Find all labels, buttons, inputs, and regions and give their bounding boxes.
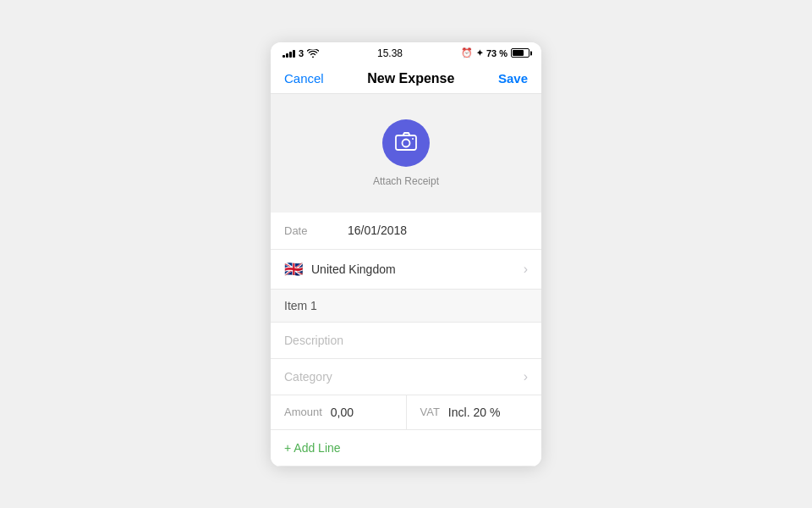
uk-flag-icon: 🇬🇧	[284, 260, 303, 279]
attach-receipt-label: Attach Receipt	[373, 175, 439, 187]
battery-pct: 73 %	[486, 48, 508, 58]
country-row[interactable]: 🇬🇧 United Kingdom ›	[271, 250, 541, 290]
svg-point-1	[403, 139, 410, 146]
amount-vat-row: Amount 0,00 VAT Incl. 20 %	[271, 395, 541, 430]
svg-point-2	[412, 138, 414, 140]
item-name: Item 1	[284, 299, 317, 312]
receipt-area: Attach Receipt	[271, 94, 541, 213]
attach-receipt-button[interactable]	[382, 119, 430, 167]
status-right: ⏰ ✦ 73 %	[461, 47, 529, 58]
date-label: Date	[284, 224, 348, 237]
vat-value: Incl. 20 %	[448, 406, 500, 419]
camera-icon	[395, 130, 417, 156]
date-value: 16/01/2018	[348, 224, 528, 237]
description-row[interactable]: Description	[271, 323, 541, 359]
bluetooth-icon: ✦	[476, 48, 483, 58]
phone-frame: 3 15.38 ⏰ ✦ 73 % Cancel New Expense Save	[271, 42, 541, 467]
item-row: Item 1	[271, 290, 541, 323]
amount-value: 0,00	[331, 406, 354, 419]
country-chevron-icon: ›	[524, 262, 528, 277]
vat-section[interactable]: VAT Incl. 20 %	[407, 395, 542, 429]
category-row[interactable]: Category ›	[271, 359, 541, 395]
wifi-icon	[307, 49, 319, 58]
nav-bar: Cancel New Expense Save	[271, 64, 541, 94]
status-time: 15.38	[377, 47, 403, 59]
description-placeholder: Description	[284, 334, 343, 347]
vat-label: VAT	[420, 406, 440, 418]
signal-icon	[283, 49, 295, 58]
status-left: 3	[283, 48, 319, 58]
battery-icon	[511, 48, 529, 58]
alarm-icon: ⏰	[461, 47, 473, 58]
svg-rect-0	[396, 135, 416, 150]
form-area: Date 16/01/2018 🇬🇧 United Kingdom › Item…	[271, 213, 541, 467]
amount-label: Amount	[284, 406, 322, 418]
save-button[interactable]: Save	[498, 71, 528, 86]
add-line-row[interactable]: + Add Line	[271, 430, 541, 467]
page-title: New Expense	[367, 71, 454, 86]
date-row: Date 16/01/2018	[271, 213, 541, 250]
category-placeholder: Category	[284, 370, 524, 384]
add-line-button[interactable]: + Add Line	[284, 441, 341, 455]
category-chevron-icon: ›	[524, 369, 528, 384]
country-name: United Kingdom	[311, 262, 524, 276]
amount-section[interactable]: Amount 0,00	[271, 395, 407, 429]
cancel-button[interactable]: Cancel	[284, 71, 324, 86]
status-bar: 3 15.38 ⏰ ✦ 73 %	[271, 42, 541, 64]
signal-label: 3	[299, 48, 304, 58]
